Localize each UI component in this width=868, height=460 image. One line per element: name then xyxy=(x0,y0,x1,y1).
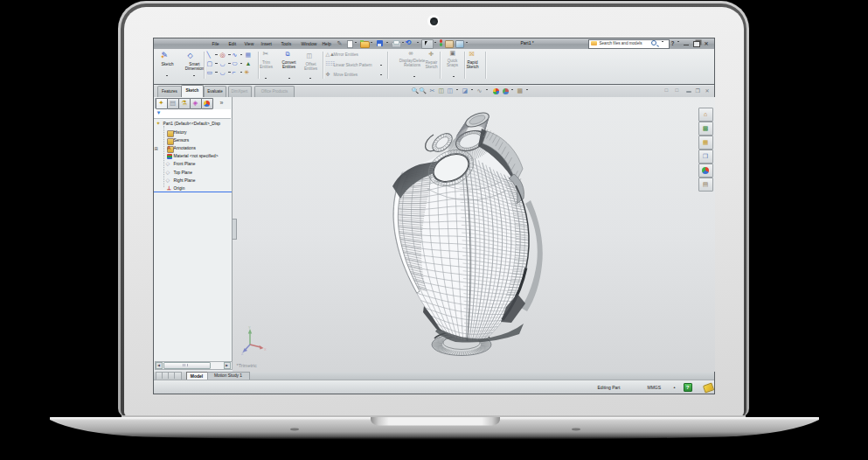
svg-text:Y: Y xyxy=(248,325,251,330)
svg-text:X: X xyxy=(264,347,267,352)
